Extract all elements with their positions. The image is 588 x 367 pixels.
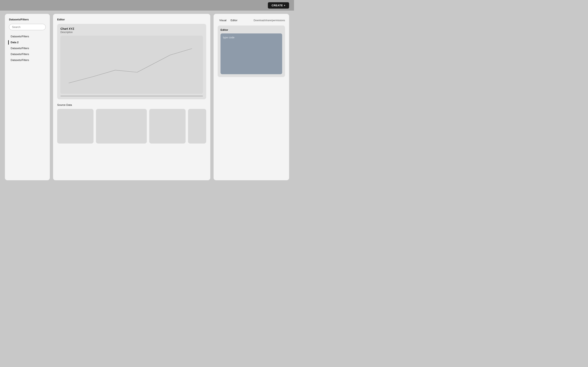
nav-item-datasets-filters-3[interactable]: Datasets/Filters bbox=[9, 51, 46, 57]
source-data-title: Source Data bbox=[57, 103, 206, 106]
main-area: Datasets/Filters Datasets/Filters Data 2… bbox=[0, 11, 294, 184]
code-placeholder: type code bbox=[223, 36, 234, 39]
chart-scrollbar[interactable] bbox=[61, 95, 203, 97]
nav-item-data-2[interactable]: Data 2 bbox=[9, 39, 46, 45]
source-card-3[interactable] bbox=[149, 109, 186, 143]
chart-title: Chart XYZ bbox=[61, 27, 203, 30]
nav-item-datasets-filters-4[interactable]: Datasets/Filters bbox=[9, 57, 46, 63]
nav-list: Datasets/Filters Data 2 Datasets/Filters… bbox=[9, 33, 46, 63]
center-panel: Editor Chart XYZ Description Source Data bbox=[53, 14, 210, 180]
left-panel: Datasets/Filters Datasets/Filters Data 2… bbox=[5, 14, 50, 180]
nav-item-datasets-filters-1[interactable]: Datasets/Filters bbox=[9, 33, 46, 39]
source-data-section: Source Data bbox=[57, 103, 206, 143]
navbar: CREATE + bbox=[0, 0, 294, 11]
source-data-grid bbox=[57, 109, 206, 143]
chart-area bbox=[61, 36, 203, 94]
download-share-text[interactable]: Download/share/permissions bbox=[254, 19, 285, 22]
source-card-1[interactable] bbox=[57, 109, 94, 143]
tab-editor[interactable]: Editor bbox=[229, 18, 239, 23]
left-panel-title: Datasets/Filters bbox=[9, 18, 46, 21]
search-input[interactable] bbox=[9, 24, 46, 30]
source-card-2[interactable] bbox=[96, 109, 147, 143]
right-panel-header: Visual Editor Download/share/permissions bbox=[218, 18, 285, 23]
editor-subpanel: Editor type code bbox=[218, 25, 285, 77]
editor-subpanel-title: Editor bbox=[221, 28, 282, 31]
right-panel: Visual Editor Download/share/permissions… bbox=[214, 14, 289, 180]
code-area[interactable]: type code bbox=[221, 33, 282, 74]
create-button[interactable]: CREATE + bbox=[268, 2, 289, 8]
center-panel-title: Editor bbox=[57, 18, 206, 21]
chart-svg bbox=[61, 36, 203, 94]
nav-item-datasets-filters-2[interactable]: Datasets/Filters bbox=[9, 45, 46, 51]
source-card-4[interactable] bbox=[188, 109, 206, 143]
tab-visual[interactable]: Visual bbox=[218, 18, 228, 23]
chart-card: Chart XYZ Description bbox=[57, 24, 206, 99]
chart-description: Description bbox=[61, 31, 203, 34]
